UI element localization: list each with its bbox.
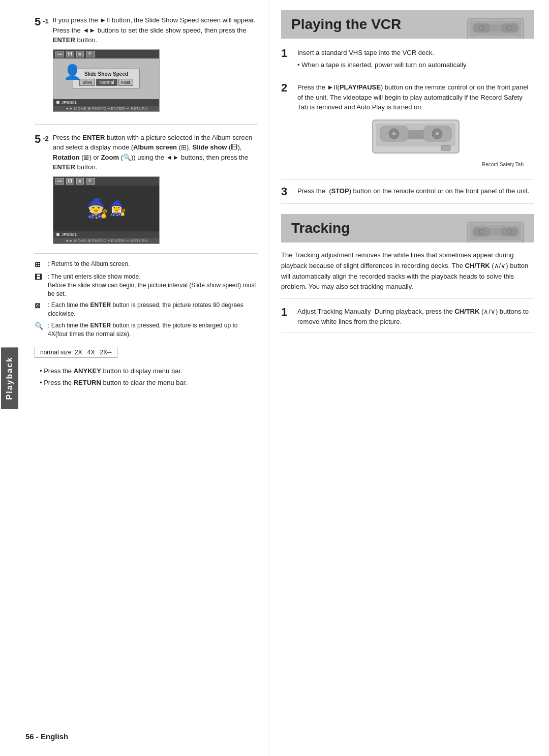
- step-1-block: 1 Insert a standard VHS tape into the VC…: [281, 48, 534, 76]
- step-5-2-text: Press the ENTER button with a picture se…: [53, 133, 258, 172]
- screen-icon2-grid: ≡≡: [55, 178, 64, 185]
- screen-nav-1: ◄► MOVE ⊞ PHOTO ↵ENTER ↩ RETURN: [53, 106, 159, 111]
- screen-icon2-zoom: 🔍: [86, 178, 95, 185]
- film-icon: 🎞: [35, 273, 45, 283]
- grid-icon-desc: : Returns to the Album screen.: [48, 260, 130, 268]
- icon-item-grid: ⊞ : Returns to the Album screen.: [35, 260, 258, 270]
- sidebar: Playback: [0, 0, 19, 756]
- bullet-anykey: Press the ANYKEY button to display menu …: [35, 366, 258, 376]
- cassette-label: Record Safety Tab: [297, 161, 524, 168]
- jpeg-label-1: 🔲 JPEG01: [55, 100, 77, 105]
- screen-mockup-1: ≡≡ 🎞 ⊠ 🔍 👤 Slide Show Speed Slow: [53, 49, 160, 112]
- step-2-number: 2: [281, 82, 292, 94]
- speed-buttons: Slow Normal Fast: [79, 79, 133, 86]
- zoom-icon-desc: : Each time the ENTER button is pressed,…: [48, 321, 258, 339]
- grid-icon: ⊞: [35, 260, 45, 270]
- screen-icon-film: 🎞: [66, 51, 74, 57]
- screen-photo-illustration2: 🧙‍♀️: [109, 200, 127, 217]
- screen-icon-grid: ≡≡: [55, 51, 64, 57]
- screen-icon-zoom: 🔍: [86, 51, 95, 57]
- screen-bottom-bar-1: 🔲 JPEG01: [53, 99, 159, 106]
- screen-body-1: 👤 Slide Show Speed Slow Normal Fast: [53, 58, 159, 99]
- screen-icon2-film: 🎞: [66, 178, 74, 185]
- screen-nav-2: ◄► MOVE ⊞ PHOTO ↵ENTER ↩ RETURN: [53, 238, 159, 244]
- size-bar-container: normal size 2X 4X 2X─: [35, 344, 258, 361]
- bullet-list: Press the ANYKEY button to display menu …: [35, 366, 258, 388]
- screen-bottom-bar-2: 🔲 JPEG01: [53, 231, 159, 238]
- speed-slow[interactable]: Slow: [79, 79, 96, 86]
- cassette-area: Record Safety Tab: [297, 117, 534, 169]
- rotate-icon: ⊠: [35, 301, 45, 311]
- step-3-number: 3: [281, 186, 292, 197]
- step-5-1-text: If you press the ►II button, the Slide S…: [53, 15, 258, 45]
- screen-top-bar-2: ≡≡ 🎞 ⊠ 🔍: [53, 177, 159, 186]
- step-1-number: 1: [281, 48, 292, 59]
- screen-photo-body: 🧙 🧙‍♀️: [53, 186, 159, 231]
- screen-photo-illustration: 🧙: [86, 198, 109, 219]
- step-5-1-number: 5: [35, 15, 41, 28]
- screen-person-icon: 👤: [64, 64, 81, 80]
- cassette-svg: [370, 117, 462, 158]
- tracking-title: Tracking: [291, 220, 524, 236]
- jpeg-label-2: 🔲 JPEG01: [55, 232, 77, 237]
- step-1-text: Insert a standard VHS tape into the VCR …: [297, 49, 434, 56]
- tracking-step-1-number: 1: [281, 307, 292, 318]
- playing-vcr-title: Playing the VCR: [291, 16, 524, 33]
- slide-show-ref: Slide Show: [145, 16, 178, 24]
- step-3-block: 3 Press the (STOP) button on the remote …: [281, 186, 534, 204]
- step-2-block: 2 Press the ►II(PLAY/PAUSE) button on th…: [281, 82, 534, 180]
- playing-vcr-header: Playing the VCR: [281, 10, 534, 39]
- icons-description: ⊞ : Returns to the Album screen. 🎞 : The…: [35, 260, 258, 339]
- speed-normal[interactable]: Normal: [96, 79, 117, 86]
- step-5-2-number: 5: [35, 133, 41, 146]
- icon-item-rotate: ⊠ : Each time the ENTER button is presse…: [35, 301, 258, 318]
- left-column: 5 -1 If you press the ►II button, the Sl…: [19, 0, 268, 756]
- step-5-1-sup: -1: [43, 17, 49, 25]
- tracking-description: The Tracking adjustment removes the whit…: [281, 250, 534, 299]
- svg-rect-18: [441, 145, 450, 150]
- zoom-icon: 🔍: [35, 321, 45, 331]
- svg-point-15: [392, 132, 395, 135]
- rotate-icon-desc: : Each time the ENTER button is pressed,…: [48, 301, 258, 318]
- bullet-return: Press the RETURN button to clear the men…: [35, 378, 258, 388]
- step-5-2-sup: -2: [43, 135, 49, 142]
- size-bar: normal size 2X 4X 2X─: [35, 347, 117, 358]
- screen-top-bar: ≡≡ 🎞 ⊠ 🔍: [53, 50, 159, 58]
- step-1-content: Insert a standard VHS tape into the VCR …: [297, 48, 534, 70]
- right-column: Playing the VCR: [268, 0, 549, 756]
- film-icon-desc: : The unit enters slide show mode.Before…: [48, 273, 258, 298]
- screen-mockup-2: ≡≡ 🎞 ⊠ 🔍 🧙 🧙‍♀️ 🔲 JPEG01 ◄► MOVE ⊞ PHOTO…: [53, 176, 160, 244]
- slide-show-speed-overlay: Slide Show Speed Slow Normal Fast: [73, 69, 140, 88]
- screen-icon2-rotate: ⊠: [76, 178, 84, 185]
- playback-tab-label: Playback: [1, 347, 18, 409]
- step-3-content: Press the (STOP) button on the remote co…: [297, 186, 534, 196]
- page-number: 56 - English: [25, 732, 68, 741]
- screen-icon-rotate: ⊠: [76, 51, 84, 57]
- icon-item-film: 🎞 : The unit enters slide show mode.Befo…: [35, 273, 258, 298]
- speed-fast[interactable]: Fast: [118, 79, 134, 86]
- step-2-content: Press the ►II(PLAY/PAUSE) button on the …: [297, 82, 534, 173]
- svg-rect-13: [408, 130, 423, 139]
- tracking-step-1-block: 1 Adjust Tracking Manually During playba…: [281, 307, 534, 333]
- tracking-step-1-content: Adjust Tracking Manually During playback…: [297, 307, 534, 326]
- step-1-bullet: • When a tape is inserted, power will tu…: [297, 60, 534, 70]
- overlay-title: Slide Show Speed: [79, 71, 133, 77]
- svg-point-17: [436, 132, 439, 135]
- icon-item-zoom: 🔍 : Each time the ENTER button is presse…: [35, 321, 258, 339]
- tracking-header: Tracking: [281, 214, 534, 243]
- page-footer: 56 - English: [25, 732, 68, 741]
